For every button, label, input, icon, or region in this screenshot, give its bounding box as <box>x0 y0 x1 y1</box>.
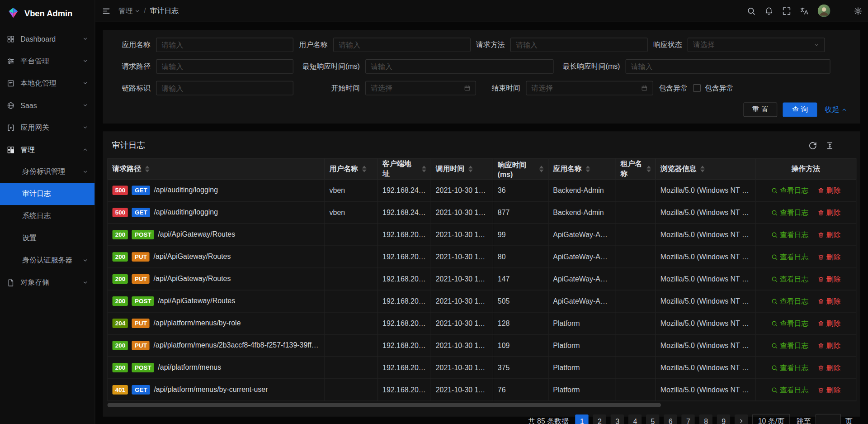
sidebar-item-6[interactable]: 身份标识管理 <box>0 161 94 183</box>
sidebar-item-4[interactable]: 应用网关 <box>0 116 94 138</box>
column-settings-icon[interactable] <box>843 141 852 150</box>
table-row-7: 200PUT/api/platform/menus/2b3accf8-4fb8-… <box>108 334 856 357</box>
delete-button[interactable]: 删除 <box>817 340 840 350</box>
reset-button[interactable]: 重 置 <box>743 103 777 117</box>
row-height-icon[interactable] <box>826 141 835 150</box>
sort-carets[interactable] <box>468 166 473 172</box>
page-button-1[interactable]: 1 <box>576 414 589 424</box>
filter-input[interactable] <box>365 59 553 74</box>
search-icon[interactable] <box>747 6 756 15</box>
view-log-button[interactable]: 查看日志 <box>771 208 808 218</box>
sort-carets[interactable] <box>700 166 705 172</box>
sidebar-item-3[interactable]: Saas <box>0 94 94 116</box>
column-header-4[interactable]: 响应时间(ms) <box>493 159 548 179</box>
filter-input[interactable] <box>156 38 293 52</box>
delete-button[interactable]: 删除 <box>817 252 840 262</box>
sidebar-item-9[interactable]: 设置 <box>0 227 94 249</box>
filter-input[interactable] <box>333 38 471 52</box>
page-button-6[interactable]: 6 <box>664 414 677 424</box>
page-button-5[interactable]: 5 <box>646 414 659 424</box>
delete-button[interactable]: 删除 <box>817 208 840 218</box>
column-header-7[interactable]: 浏览器信息 <box>656 159 755 179</box>
sort-carets[interactable] <box>362 166 367 172</box>
filter-input[interactable] <box>156 81 293 95</box>
sidebar-item-10[interactable]: 身份认证服务器 <box>0 249 94 272</box>
horizontal-scrollbar[interactable] <box>108 403 856 407</box>
sidebar-item-5[interactable]: 管理 <box>0 138 94 161</box>
sidebar-item-1[interactable]: 平台管理 <box>0 50 94 72</box>
jump-page-input[interactable] <box>816 414 841 424</box>
column-label: 操作方法 <box>791 164 820 174</box>
view-log-button[interactable]: 查看日志 <box>771 318 808 328</box>
cell-time: 2021-10-30 11:29 <box>431 290 493 312</box>
column-header-6[interactable]: 租户名称 <box>616 159 656 179</box>
view-log-button[interactable]: 查看日志 <box>771 296 808 306</box>
menu-fold-icon[interactable] <box>102 6 111 15</box>
refresh-icon[interactable] <box>808 141 817 150</box>
cell-tenant <box>616 246 656 268</box>
cell-app: ApiGateWay-Admin <box>548 290 616 312</box>
delete-button[interactable]: 删除 <box>817 296 840 306</box>
page-size-select[interactable]: 10 条/页 <box>752 414 790 424</box>
collapse-link[interactable]: 收起 <box>825 105 847 114</box>
bell-icon[interactable] <box>764 6 774 15</box>
next-page-button[interactable] <box>735 414 748 424</box>
sidebar-item-8[interactable]: 系统日志 <box>0 205 94 227</box>
checkbox-box[interactable] <box>693 84 701 92</box>
delete-button[interactable]: 删除 <box>817 362 840 372</box>
breadcrumb-root[interactable]: 管理 <box>118 6 140 16</box>
view-log-button[interactable]: 查看日志 <box>771 186 808 195</box>
page-button-8[interactable]: 8 <box>699 414 712 424</box>
cell-path: 200PUT/api/ApiGateway/Routes <box>108 246 325 268</box>
view-log-button[interactable]: 查看日志 <box>771 340 808 350</box>
fullscreen-icon[interactable] <box>782 6 791 15</box>
sort-carets[interactable] <box>422 166 426 172</box>
column-header-5[interactable]: 应用名称 <box>548 159 616 179</box>
sidebar-item-0[interactable]: Dashboard <box>0 28 94 50</box>
date-picker[interactable]: 请选择 <box>526 81 653 95</box>
filter-input[interactable] <box>626 59 830 74</box>
page-button-9[interactable]: 9 <box>717 414 730 424</box>
column-header-1[interactable]: 用户名称 <box>325 159 378 179</box>
view-log-button[interactable]: 查看日志 <box>771 385 808 395</box>
scrollbar-thumb[interactable] <box>108 403 661 407</box>
page-button-2[interactable]: 2 <box>593 414 606 424</box>
avatar[interactable] <box>818 5 830 17</box>
filter-input[interactable] <box>156 59 293 74</box>
delete-button[interactable]: 删除 <box>817 274 840 284</box>
view-log-button[interactable]: 查看日志 <box>771 362 808 372</box>
delete-button[interactable]: 删除 <box>817 385 840 395</box>
gear-icon[interactable] <box>854 6 863 15</box>
sidebar-item-2[interactable]: 本地化管理 <box>0 72 94 94</box>
sort-carets[interactable] <box>539 166 544 172</box>
cell-user: vben <box>325 179 378 201</box>
page-button-3[interactable]: 3 <box>611 414 624 424</box>
view-log-button[interactable]: 查看日志 <box>771 252 808 262</box>
view-log-button[interactable]: 查看日志 <box>771 230 808 240</box>
filter-field-1-2: 最长响应时间(ms) <box>553 59 830 74</box>
delete-button[interactable]: 删除 <box>817 186 840 195</box>
delete-button[interactable]: 删除 <box>817 230 840 240</box>
column-header-3[interactable]: 调用时间 <box>431 159 493 179</box>
filter-label: 链路标识 <box>116 83 156 93</box>
view-log-button[interactable]: 查看日志 <box>771 274 808 284</box>
trash-icon <box>817 253 824 260</box>
sort-carets[interactable] <box>586 166 590 172</box>
column-header-0[interactable]: 请求路径 <box>108 159 325 179</box>
page-button-7[interactable]: 7 <box>682 414 695 424</box>
filter-select[interactable]: 请选择 <box>688 38 825 52</box>
translate-icon[interactable] <box>800 6 809 15</box>
cell-client: 192.168.208.1 <box>378 334 431 357</box>
logo[interactable]: Vben Admin <box>0 0 94 25</box>
sidebar-item-7[interactable]: 审计日志 <box>0 183 94 205</box>
date-picker[interactable]: 请选择 <box>365 81 476 95</box>
column-header-2[interactable]: 客户端地址 <box>378 159 431 179</box>
exception-checkbox[interactable]: 包含异常 <box>693 83 733 93</box>
sidebar-item-11[interactable]: 对象存储 <box>0 272 94 294</box>
filter-input[interactable] <box>510 38 648 52</box>
search-button[interactable]: 查 询 <box>783 103 817 117</box>
sort-carets[interactable] <box>646 166 651 172</box>
sort-carets[interactable] <box>145 166 150 172</box>
delete-button[interactable]: 删除 <box>817 318 840 328</box>
page-button-4[interactable]: 4 <box>628 414 642 424</box>
